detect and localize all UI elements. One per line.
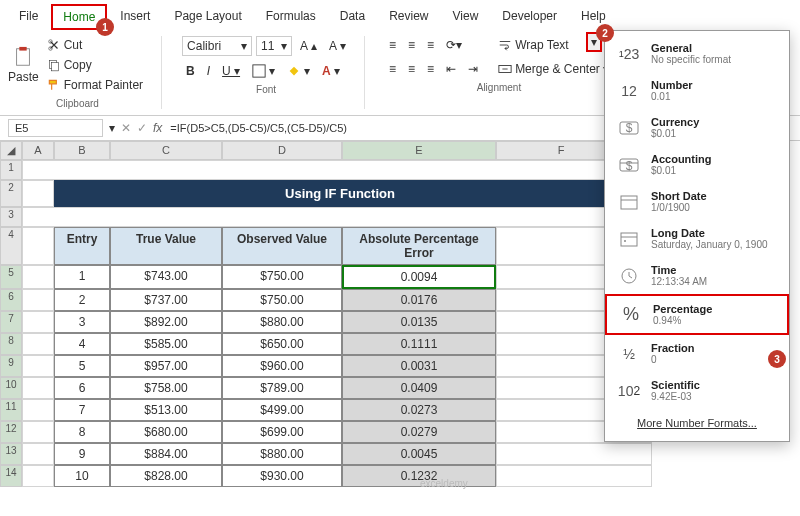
- table-cell[interactable]: 9: [54, 443, 110, 465]
- align-left-button[interactable]: ≡: [385, 60, 400, 78]
- cell[interactable]: [496, 443, 652, 465]
- table-cell[interactable]: 6: [54, 377, 110, 399]
- table-cell[interactable]: $699.00: [222, 421, 342, 443]
- tab-view[interactable]: View: [442, 4, 490, 30]
- table-cell[interactable]: $750.00: [222, 289, 342, 311]
- cell[interactable]: [22, 289, 54, 311]
- table-cell[interactable]: 0.0031: [342, 355, 496, 377]
- row-header[interactable]: 6: [0, 289, 22, 311]
- row-header[interactable]: 1: [0, 160, 22, 180]
- table-cell[interactable]: $585.00: [110, 333, 222, 355]
- cell[interactable]: [22, 180, 54, 207]
- orientation-button[interactable]: ⟳▾: [442, 36, 466, 54]
- format-accounting[interactable]: $Accounting$0.01: [605, 146, 789, 183]
- cell[interactable]: [496, 465, 652, 487]
- table-cell[interactable]: $960.00: [222, 355, 342, 377]
- format-painter-button[interactable]: Format Painter: [43, 76, 147, 94]
- table-cell[interactable]: 0.0409: [342, 377, 496, 399]
- table-cell[interactable]: $930.00: [222, 465, 342, 487]
- border-button[interactable]: ▾: [248, 62, 279, 80]
- tab-developer[interactable]: Developer: [491, 4, 568, 30]
- cell[interactable]: [22, 265, 54, 289]
- col-header[interactable]: D: [222, 141, 342, 160]
- row-header[interactable]: 5: [0, 265, 22, 289]
- cell[interactable]: [22, 355, 54, 377]
- table-cell[interactable]: 0.1111: [342, 333, 496, 355]
- row-header[interactable]: 7: [0, 311, 22, 333]
- accept-formula-icon[interactable]: ✓: [137, 121, 147, 135]
- bold-button[interactable]: B: [182, 62, 199, 80]
- tab-insert[interactable]: Insert: [109, 4, 161, 30]
- col-header[interactable]: B: [54, 141, 110, 160]
- table-cell[interactable]: $957.00: [110, 355, 222, 377]
- table-cell[interactable]: $880.00: [222, 443, 342, 465]
- tab-file[interactable]: File: [8, 4, 49, 30]
- table-cell[interactable]: 7: [54, 399, 110, 421]
- format-general[interactable]: 123GeneralNo specific format: [605, 35, 789, 72]
- copy-button[interactable]: Copy: [43, 56, 147, 74]
- row-header[interactable]: 14: [0, 465, 22, 487]
- table-cell[interactable]: 0.0273: [342, 399, 496, 421]
- table-cell[interactable]: $789.00: [222, 377, 342, 399]
- align-right-button[interactable]: ≡: [423, 60, 438, 78]
- table-cell[interactable]: 3: [54, 311, 110, 333]
- col-header[interactable]: A: [22, 141, 54, 160]
- italic-button[interactable]: I: [203, 62, 214, 80]
- table-cell[interactable]: 0.1232: [342, 465, 496, 487]
- table-cell[interactable]: $828.00: [110, 465, 222, 487]
- table-cell[interactable]: 1: [54, 265, 110, 289]
- cell[interactable]: [22, 443, 54, 465]
- decrease-font-button[interactable]: A▾: [325, 37, 350, 55]
- table-cell[interactable]: 0.0045: [342, 443, 496, 465]
- align-bottom-button[interactable]: ≡: [423, 36, 438, 54]
- align-center-button[interactable]: ≡: [404, 60, 419, 78]
- merge-center-button[interactable]: Merge & Center ▾: [494, 60, 613, 78]
- cell[interactable]: [22, 311, 54, 333]
- tab-data[interactable]: Data: [329, 4, 376, 30]
- table-cell[interactable]: $892.00: [110, 311, 222, 333]
- table-cell[interactable]: $513.00: [110, 399, 222, 421]
- row-header[interactable]: 3: [0, 207, 22, 227]
- row-header[interactable]: 13: [0, 443, 22, 465]
- table-cell[interactable]: $743.00: [110, 265, 222, 289]
- cell[interactable]: [22, 465, 54, 487]
- table-cell[interactable]: 8: [54, 421, 110, 443]
- name-box-chevron-icon[interactable]: ▾: [109, 121, 115, 135]
- format-fraction[interactable]: ½Fraction0: [605, 335, 789, 372]
- format-time[interactable]: Time12:13:34 AM: [605, 257, 789, 294]
- font-size-select[interactable]: 11▾: [256, 36, 292, 56]
- row-header[interactable]: 9: [0, 355, 22, 377]
- format-currency[interactable]: $Currency$0.01: [605, 109, 789, 146]
- table-cell[interactable]: 4: [54, 333, 110, 355]
- format-scientific[interactable]: 102Scientific9.42E-03: [605, 372, 789, 409]
- tab-review[interactable]: Review: [378, 4, 439, 30]
- table-cell[interactable]: 10: [54, 465, 110, 487]
- cell[interactable]: [22, 207, 652, 227]
- table-cell[interactable]: 5: [54, 355, 110, 377]
- table-cell[interactable]: 0.0176: [342, 289, 496, 311]
- fill-color-button[interactable]: ▾: [283, 62, 314, 80]
- cell[interactable]: [22, 160, 652, 180]
- cut-button[interactable]: Cut: [43, 36, 147, 54]
- table-cell[interactable]: $750.00: [222, 265, 342, 289]
- active-cell[interactable]: 0.0094: [342, 265, 496, 289]
- select-all-corner[interactable]: ◢: [0, 141, 22, 160]
- table-cell[interactable]: $737.00: [110, 289, 222, 311]
- indent-increase-button[interactable]: ⇥: [464, 60, 482, 78]
- cancel-formula-icon[interactable]: ✕: [121, 121, 131, 135]
- table-cell[interactable]: $650.00: [222, 333, 342, 355]
- tab-formulas[interactable]: Formulas: [255, 4, 327, 30]
- font-name-select[interactable]: Calibri▾: [182, 36, 252, 56]
- tab-page-layout[interactable]: Page Layout: [163, 4, 252, 30]
- table-cell[interactable]: $758.00: [110, 377, 222, 399]
- paste-label[interactable]: Paste: [8, 70, 39, 84]
- format-percentage[interactable]: %Percentage0.94%: [605, 294, 789, 335]
- row-header[interactable]: 10: [0, 377, 22, 399]
- underline-button[interactable]: U ▾: [218, 62, 244, 80]
- row-header[interactable]: 4: [0, 227, 22, 265]
- increase-font-button[interactable]: A▴: [296, 37, 321, 55]
- row-header[interactable]: 2: [0, 180, 22, 207]
- indent-decrease-button[interactable]: ⇤: [442, 60, 460, 78]
- cell[interactable]: [22, 227, 54, 265]
- cell[interactable]: [22, 421, 54, 443]
